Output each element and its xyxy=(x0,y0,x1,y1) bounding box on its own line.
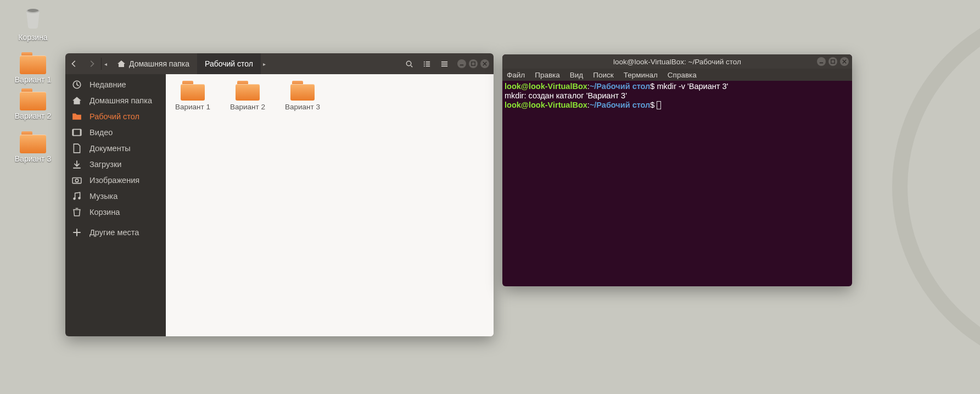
desktop-trash[interactable]: Корзина xyxy=(8,3,58,42)
desktop-folder-3[interactable]: Вариант 3 xyxy=(8,131,58,163)
file-folder-2[interactable]: Вариант 2 xyxy=(228,81,267,111)
document-icon xyxy=(72,143,82,153)
sidebar-item-images[interactable]: Изображения xyxy=(65,172,166,188)
menu-file[interactable]: Файл xyxy=(507,71,525,79)
terminal-body[interactable]: look@look-VirtualBox:~/Рабочий стол$ mkd… xyxy=(502,81,852,286)
sidebar-item-downloads[interactable]: Загрузки xyxy=(65,156,166,172)
file-label: Вариант 2 xyxy=(228,103,267,111)
sidebar-item-label: Рабочий стол xyxy=(89,112,139,121)
svg-rect-5 xyxy=(423,63,424,64)
view-toggle-button[interactable] xyxy=(418,53,435,74)
folder-icon xyxy=(20,131,46,153)
breadcrumb-home-label: Домашняя папка xyxy=(129,59,189,68)
menu-help[interactable]: Справка xyxy=(668,71,697,79)
svg-point-19 xyxy=(75,179,79,182)
sidebar-item-desktop[interactable]: Рабочий стол xyxy=(65,108,166,124)
terminal-minimize-button[interactable] xyxy=(817,57,826,66)
back-button[interactable] xyxy=(65,53,83,74)
plus-icon xyxy=(72,227,82,237)
home-icon xyxy=(117,59,126,68)
svg-rect-4 xyxy=(425,61,430,62)
svg-rect-8 xyxy=(425,65,430,66)
folder-icon xyxy=(72,112,82,121)
svg-rect-22 xyxy=(820,63,823,64)
forward-button[interactable] xyxy=(83,53,100,74)
sidebar-item-label: Другие места xyxy=(89,228,139,237)
file-folder-1[interactable]: Вариант 1 xyxy=(173,81,212,111)
svg-rect-11 xyxy=(441,65,447,66)
sidebar-item-home[interactable]: Домашняя папка xyxy=(65,92,166,108)
terminal-close-button[interactable] xyxy=(840,57,849,66)
sidebar-item-label: Видео xyxy=(89,128,113,137)
breadcrumb-current[interactable]: Рабочий стол xyxy=(197,53,261,74)
file-manager-header: ◂ Домашняя папка Рабочий стол ▸ xyxy=(65,53,494,74)
path-prev-icon[interactable]: ◂ xyxy=(102,61,109,67)
menu-terminal[interactable]: Терминал xyxy=(624,71,658,79)
desktop-folder-label: Вариант 1 xyxy=(8,75,58,84)
file-manager-content[interactable]: Вариант 1 Вариант 2 Вариант 3 xyxy=(166,74,494,336)
file-label: Вариант 3 xyxy=(283,103,322,111)
terminal-output: mkdir: создан каталог 'Вариант 3' xyxy=(505,91,627,100)
svg-rect-16 xyxy=(72,129,74,135)
svg-rect-9 xyxy=(441,61,447,62)
sidebar-item-label: Изображения xyxy=(89,176,139,185)
prompt-path: ~/Рабочий стол xyxy=(590,101,650,109)
menu-button[interactable] xyxy=(435,53,453,74)
breadcrumb-current-label: Рабочий стол xyxy=(205,59,253,68)
file-folder-3[interactable]: Вариант 3 xyxy=(283,81,322,111)
svg-rect-3 xyxy=(423,61,424,62)
desktop-folder-label: Вариант 2 xyxy=(8,112,58,120)
folder-icon xyxy=(181,81,205,101)
sidebar-item-label: Недавние xyxy=(89,80,126,89)
file-label: Вариант 1 xyxy=(173,103,212,111)
maximize-button[interactable] xyxy=(469,59,478,68)
prompt-user: look@look-VirtualBox xyxy=(505,101,587,109)
desktop-folder-1[interactable]: Вариант 1 xyxy=(8,52,58,84)
folder-icon xyxy=(290,81,315,101)
video-icon xyxy=(72,127,82,137)
minimize-button[interactable] xyxy=(457,59,466,68)
sidebar-item-documents[interactable]: Документы xyxy=(65,140,166,156)
clock-icon xyxy=(72,80,82,90)
desktop-trash-label: Корзина xyxy=(8,33,58,42)
terminal-command: mkdir -v 'Вариант 3' xyxy=(657,82,728,91)
sidebar-item-music[interactable]: Музыка xyxy=(65,188,166,204)
sidebar-item-other[interactable]: Другие места xyxy=(65,224,166,240)
folder-icon xyxy=(20,52,46,74)
search-button[interactable] xyxy=(400,53,418,74)
close-button[interactable] xyxy=(480,59,489,68)
file-manager-window: ◂ Домашняя папка Рабочий стол ▸ Недавние… xyxy=(65,53,494,336)
sidebar-item-trash[interactable]: Корзина xyxy=(65,204,166,220)
svg-rect-12 xyxy=(460,65,463,66)
desktop-folder-2[interactable]: Вариант 2 xyxy=(8,88,58,120)
menu-search[interactable]: Поиск xyxy=(593,71,613,79)
breadcrumb-home[interactable]: Домашняя папка xyxy=(109,53,197,74)
menu-edit[interactable]: Правка xyxy=(535,71,560,79)
sidebar-item-label: Музыка xyxy=(89,192,117,201)
svg-rect-15 xyxy=(72,129,81,135)
music-icon xyxy=(72,191,82,201)
svg-rect-13 xyxy=(472,62,475,65)
terminal-title-text: look@look-VirtualBox: ~/Рабочий стол xyxy=(613,58,741,66)
prompt-path: ~/Рабочий стол xyxy=(590,82,650,91)
terminal-menubar: Файл Правка Вид Поиск Терминал Справка xyxy=(502,69,852,81)
terminal-maximize-button[interactable] xyxy=(828,57,837,66)
svg-rect-23 xyxy=(831,60,835,63)
svg-point-21 xyxy=(78,197,81,199)
path-next-icon[interactable]: ▸ xyxy=(261,61,268,67)
sidebar-item-video[interactable]: Видео xyxy=(65,124,166,140)
menu-view[interactable]: Вид xyxy=(570,71,583,79)
sidebar-item-recent[interactable]: Недавние xyxy=(65,76,166,92)
download-icon xyxy=(72,159,82,169)
folder-icon xyxy=(20,88,46,110)
trash-icon xyxy=(8,3,58,32)
svg-rect-7 xyxy=(423,65,424,66)
folder-icon xyxy=(236,81,260,101)
sidebar-item-label: Домашняя папка xyxy=(89,96,152,105)
terminal-cursor xyxy=(657,101,661,109)
svg-point-20 xyxy=(73,197,76,200)
svg-rect-6 xyxy=(425,63,430,64)
terminal-titlebar[interactable]: look@look-VirtualBox: ~/Рабочий стол xyxy=(502,54,852,69)
svg-rect-17 xyxy=(80,129,81,135)
sidebar-item-label: Загрузки xyxy=(89,160,121,169)
